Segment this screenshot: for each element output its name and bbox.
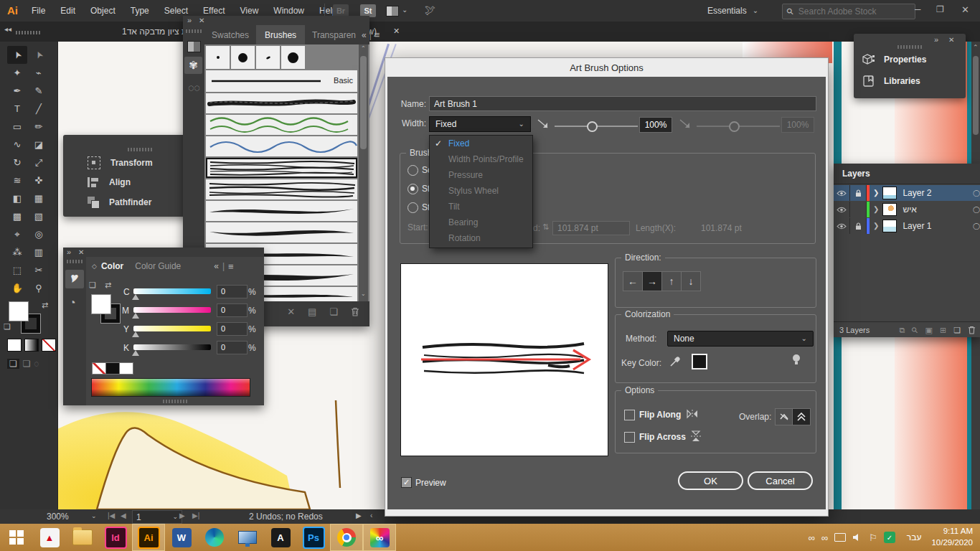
tray-antivirus-icon[interactable]: ✓	[884, 532, 895, 543]
fill-swatch[interactable]	[9, 301, 29, 321]
menu-option-stylus-wheel[interactable]: Stylus Wheel	[430, 183, 532, 199]
layer-target-icon[interactable]: ◯	[973, 190, 980, 197]
taskbar-acrobat-reader[interactable]: ▲	[33, 524, 66, 551]
panel-expand-icon[interactable]: »	[67, 248, 71, 256]
layer-name[interactable]: איש	[903, 204, 916, 215]
scroll-up-icon[interactable]: ⌃	[973, 44, 979, 51]
panel-menu-icon[interactable]: ≡	[374, 30, 380, 39]
scroll-up-icon[interactable]: ⌃	[361, 46, 366, 52]
tab-transparency[interactable]: Transparen	[312, 30, 356, 40]
menu-view[interactable]: View	[240, 6, 259, 16]
eraser-tool[interactable]: ◪	[29, 136, 49, 154]
panel-close-icon[interactable]: ✕	[199, 17, 204, 24]
yellow-slider-handle[interactable]	[132, 331, 139, 337]
panel-close-icon[interactable]: ✕	[948, 37, 954, 44]
toolbar-grip[interactable]	[16, 31, 40, 34]
black-slider[interactable]	[133, 344, 211, 350]
lock-toggle[interactable]	[850, 185, 867, 201]
pen-tool[interactable]: ✒	[7, 82, 27, 100]
zoom-level[interactable]: 300%	[47, 512, 69, 522]
default-fill-stroke-icon[interactable]: ❏	[4, 323, 11, 331]
menu-select[interactable]: Select	[164, 6, 188, 16]
tray-display-icon[interactable]	[834, 533, 846, 542]
curvature-tool[interactable]: ✎	[29, 82, 49, 100]
layer-name[interactable]: Layer 1	[903, 221, 931, 231]
stretch-to-fit-radio[interactable]	[407, 184, 418, 194]
collapse-panel-icon[interactable]: «	[214, 262, 219, 270]
draw-normal-icon[interactable]: ❏	[7, 359, 19, 369]
brush-item-green-wave[interactable]	[206, 115, 357, 135]
panel-menu-icon[interactable]: ≡	[228, 262, 234, 271]
menu-option-bearing[interactable]: Bearing	[430, 215, 532, 230]
workspace-chevron-icon[interactable]: ⌄	[402, 6, 407, 14]
layer-thumbnail[interactable]	[882, 203, 897, 216]
none-swatch[interactable]	[92, 362, 106, 375]
dialog-titlebar[interactable]: Art Brush Options	[385, 58, 828, 77]
brush-item-dot-3[interactable]	[256, 46, 280, 69]
direct-selection-tool[interactable]: ➤	[29, 46, 49, 64]
brushes-panel-icon[interactable]: ✾	[184, 57, 202, 74]
type-tool[interactable]: T	[7, 100, 27, 118]
paintbrush-tool[interactable]: ✏	[29, 118, 49, 136]
tips-lightbulb-icon[interactable]	[792, 354, 801, 367]
collapse-panel-icon[interactable]: «	[362, 31, 367, 39]
perspective-grid-tool[interactable]: ▦	[29, 189, 49, 207]
taskbar-edge[interactable]	[198, 524, 231, 551]
new-layer-icon[interactable]: ❏	[953, 326, 961, 334]
gradient-mode-button[interactable]	[24, 339, 39, 352]
panel-expand-icon[interactable]: »	[187, 17, 192, 24]
stock-search-box[interactable]: ⚲	[782, 4, 915, 19]
swatches-panel-icon[interactable]	[187, 41, 201, 52]
tray-clock[interactable]: 9:11 AM 10/29/2020	[931, 526, 973, 548]
layer-target-icon[interactable]: ◯	[973, 223, 980, 230]
puppet-warp-tool[interactable]: ✜	[29, 171, 49, 189]
color-spectrum[interactable]	[91, 378, 250, 397]
taskbar-chrome[interactable]	[330, 524, 363, 551]
black-slider-handle[interactable]	[132, 350, 139, 356]
workspace-switcher-icon[interactable]	[386, 6, 399, 17]
direction-up-button[interactable]: ↑	[661, 271, 682, 291]
flip-across-checkbox[interactable]	[624, 432, 635, 443]
layer-thumbnail[interactable]	[882, 220, 897, 232]
brush-item-scribble-selected[interactable]	[206, 158, 357, 178]
layer-target-icon[interactable]: ◯	[973, 207, 980, 213]
taskbar-acrobat-dc[interactable]: A	[264, 524, 297, 551]
panel-grip[interactable]	[897, 45, 922, 49]
fill-color-swatch[interactable]	[91, 294, 111, 314]
tab-color[interactable]: Color	[101, 261, 123, 271]
panel-cycle-icon[interactable]: ◇	[92, 263, 97, 270]
visibility-toggle[interactable]	[834, 218, 850, 234]
menu-option-rotation[interactable]: Rotation	[430, 230, 532, 246]
close-button[interactable]: ✕	[961, 5, 969, 14]
scroll-down-icon[interactable]: ⌄	[361, 291, 366, 297]
swap-colors-icon[interactable]: ⇄	[105, 281, 111, 289]
overlap-none-button[interactable]	[775, 408, 793, 425]
tab-pathfinder[interactable]: Pathfinder	[88, 197, 151, 208]
menu-file[interactable]: File	[32, 6, 45, 16]
layer-row-layer2[interactable]: ❯ Layer 2 ◯	[834, 185, 980, 201]
color-mode-button[interactable]	[7, 339, 22, 352]
lock-toggle[interactable]	[850, 202, 867, 217]
taskbar-file-explorer[interactable]	[66, 524, 99, 551]
document-tab-close-icon[interactable]: ✕	[393, 27, 400, 36]
magenta-slider[interactable]	[133, 307, 211, 313]
brush-item-taper-2[interactable]	[206, 222, 357, 242]
tray-speaker-icon[interactable]	[852, 533, 862, 542]
brush-item-charcoal[interactable]	[206, 93, 357, 113]
collect-export-icon[interactable]: ⧉	[900, 326, 905, 334]
brush-item-blue-wave[interactable]	[206, 136, 357, 156]
zoom-tool[interactable]: ⚲	[29, 279, 49, 297]
locate-object-icon[interactable]: ⚲	[910, 325, 920, 334]
taskbar-word[interactable]: W	[165, 524, 198, 551]
gradient-tool[interactable]: ▧	[29, 207, 49, 225]
black-swatch[interactable]	[106, 362, 120, 375]
expand-layer-icon[interactable]: ❯	[873, 189, 879, 197]
brush-item-dot-2[interactable]	[231, 46, 255, 69]
clipping-mask-icon[interactable]: ▣	[925, 326, 933, 334]
expand-layer-icon[interactable]: ❯	[873, 206, 879, 213]
tray-creative-cloud-2-icon[interactable]: ∞	[821, 532, 828, 543]
artboard-tool[interactable]: ⬚	[7, 261, 27, 279]
brush-item-dot-4[interactable]	[281, 46, 305, 69]
white-swatch[interactable]	[120, 362, 133, 375]
menu-type[interactable]: Type	[131, 6, 149, 16]
